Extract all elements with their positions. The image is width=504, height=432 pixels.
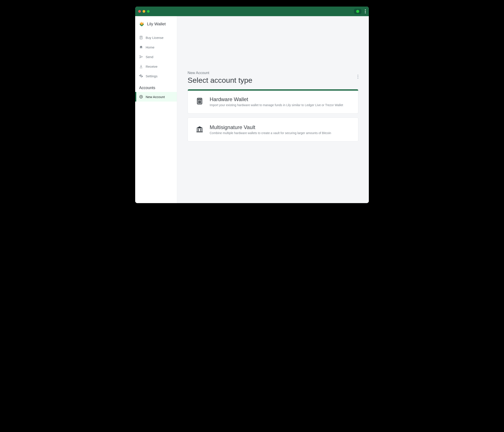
receive-icon — [139, 64, 143, 68]
svg-point-9 — [200, 102, 201, 103]
sidebar-item-label: Buy License — [146, 36, 163, 40]
sidebar: Lily Wallet Buy License Home — [135, 16, 177, 203]
page-title: Select account type — [188, 76, 252, 84]
sidebar-item-label: Home — [146, 45, 154, 49]
svg-point-6 — [200, 101, 201, 102]
home-icon — [139, 45, 143, 49]
sidebar-item-label: Receive — [146, 65, 157, 68]
sidebar-item-buy-license[interactable]: Buy License — [135, 33, 177, 42]
gear-icon — [139, 74, 143, 78]
option-desc: Import your existing hardware wallet to … — [210, 103, 343, 107]
svg-point-8 — [199, 102, 200, 103]
page-eyebrow: New Account — [188, 71, 252, 75]
sidebar-item-new-account[interactable]: New Account — [135, 92, 177, 102]
sidebar-item-home[interactable]: Home — [135, 42, 177, 52]
sidebar-item-label: New Account — [146, 95, 165, 99]
main-content: New Account Select account type — [177, 16, 369, 203]
brand[interactable]: Lily Wallet — [135, 16, 177, 33]
option-hardware-wallet[interactable]: Hardware Wallet Import your existing har… — [188, 89, 358, 114]
window-controls — [138, 10, 150, 13]
close-window-button[interactable] — [138, 10, 141, 13]
option-title: Multisignature Vault — [210, 124, 331, 130]
svg-point-7 — [198, 102, 199, 103]
send-icon — [139, 55, 143, 59]
maximize-window-button[interactable] — [147, 10, 150, 13]
license-icon — [139, 36, 143, 40]
sidebar-item-send[interactable]: Send — [135, 52, 177, 62]
page-menu-button[interactable] — [358, 75, 358, 79]
svg-rect-3 — [198, 99, 201, 100]
option-title: Hardware Wallet — [210, 96, 343, 102]
sidebar-item-label: Settings — [146, 74, 157, 78]
sidebar-item-settings[interactable]: Settings — [135, 71, 177, 81]
app-window: Lily Wallet Buy License Home — [135, 7, 369, 203]
calculator-icon — [195, 97, 204, 106]
option-desc: Combine multiple hardware wallets to cre… — [210, 131, 331, 135]
plus-circle-icon — [139, 95, 143, 99]
sidebar-item-receive[interactable]: Receive — [135, 62, 177, 71]
svg-point-5 — [199, 101, 200, 102]
option-multisig-vault[interactable]: Multisignature Vault Combine multiple ha… — [188, 117, 358, 142]
connection-status[interactable] — [354, 9, 361, 14]
bank-icon — [195, 125, 204, 134]
status-dot-icon — [356, 10, 359, 13]
sidebar-item-label: Send — [146, 55, 153, 59]
brand-name: Lily Wallet — [147, 22, 166, 27]
sidebar-section-accounts: Accounts — [135, 81, 177, 92]
titlebar — [135, 7, 369, 16]
svg-point-4 — [198, 101, 199, 102]
lotus-icon — [139, 21, 145, 27]
minimize-window-button[interactable] — [143, 10, 145, 13]
titlebar-menu-button[interactable] — [365, 9, 366, 13]
